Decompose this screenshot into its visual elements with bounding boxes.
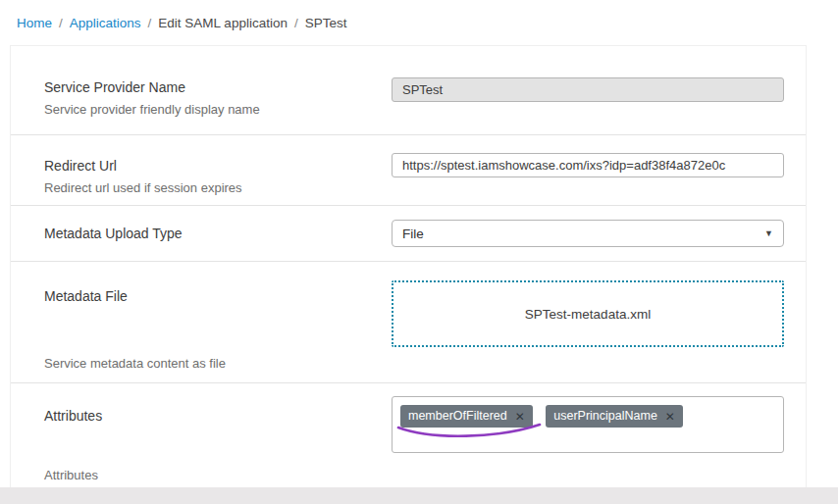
- edit-application-form: Service Provider Name Service provider f…: [10, 45, 807, 488]
- chip-label: memberOfFiltered: [408, 409, 507, 424]
- remove-chip-icon[interactable]: ✕: [515, 411, 525, 423]
- metadata-file-help: Service metadata content as file: [44, 356, 226, 371]
- metadata-upload-type-label: Metadata Upload Type: [44, 226, 183, 241]
- metadata-upload-type-select[interactable]: File ▼: [392, 220, 784, 247]
- attribute-chip: memberOfFiltered ✕: [400, 405, 533, 428]
- service-provider-name-help: Service provider friendly display name: [44, 102, 260, 117]
- label-column: Metadata Upload Type: [44, 226, 183, 241]
- attributes-help: Attributes: [44, 468, 102, 482]
- service-provider-name-input[interactable]: [392, 77, 784, 102]
- control-column: memberOfFiltered ✕ userPrincipalName ✕: [392, 396, 784, 487]
- label-column: Metadata File Service metadata content a…: [44, 280, 226, 371]
- metadata-file-dropzone[interactable]: SPTest-metadata.xml: [392, 280, 784, 347]
- label-column: Redirect Url Redirect url used if sessio…: [44, 149, 242, 205]
- breadcrumb: Home/Applications/Edit SAML application/…: [0, 0, 838, 29]
- control-column: [392, 72, 784, 134]
- redirect-url-input[interactable]: [392, 153, 784, 177]
- control-column: SPTest-metadata.xml: [392, 280, 784, 382]
- service-provider-name-label: Service Provider Name: [44, 79, 260, 95]
- form-row-service-provider-name: Service Provider Name Service provider f…: [11, 46, 806, 135]
- breadcrumb-sptest: SPTest: [305, 16, 347, 30]
- attributes-input[interactable]: memberOfFiltered ✕ userPrincipalName ✕: [392, 396, 784, 453]
- breadcrumb-edit-saml-application: Edit SAML application: [158, 16, 288, 30]
- breadcrumb-separator: /: [294, 16, 298, 30]
- page-footer-strip: [0, 487, 838, 504]
- control-column: [392, 149, 784, 205]
- form-row-redirect-url: Redirect Url Redirect url used if sessio…: [11, 135, 806, 206]
- metadata-file-name: SPTest-metadata.xml: [525, 307, 651, 322]
- attribute-chip: userPrincipalName ✕: [546, 405, 683, 428]
- breadcrumb-applications[interactable]: Applications: [70, 16, 141, 30]
- label-column: Service Provider Name Service provider f…: [44, 72, 260, 134]
- form-row-metadata-upload-type: Metadata Upload Type File ▼: [11, 206, 806, 262]
- metadata-file-label: Metadata File: [44, 288, 226, 304]
- redirect-url-help: Redirect url used if session expires: [44, 180, 242, 195]
- attributes-label: Attributes: [44, 408, 102, 424]
- select-selected-value: File: [402, 227, 424, 241]
- chevron-down-icon: ▼: [764, 228, 773, 238]
- control-column: File ▼: [392, 220, 784, 247]
- label-column: Attributes Attributes: [44, 396, 102, 482]
- breadcrumb-separator: /: [59, 16, 63, 30]
- chip-label: userPrincipalName: [553, 409, 657, 424]
- redirect-url-label: Redirect Url: [44, 158, 242, 174]
- form-row-attributes: Attributes Attributes memberOfFiltered ✕…: [11, 383, 806, 488]
- form-row-metadata-file: Metadata File Service metadata content a…: [11, 262, 806, 383]
- breadcrumb-home[interactable]: Home: [17, 16, 52, 30]
- remove-chip-icon[interactable]: ✕: [665, 411, 675, 423]
- breadcrumb-separator: /: [148, 16, 152, 30]
